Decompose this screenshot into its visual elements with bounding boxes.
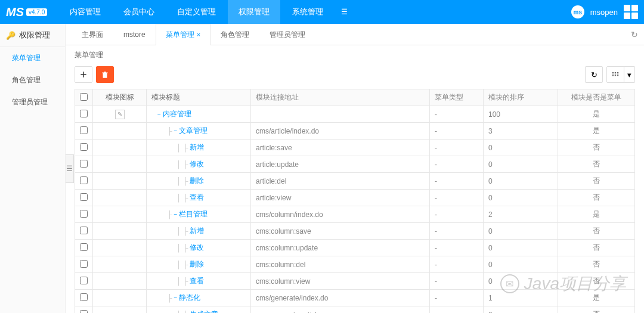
cell-type: - (430, 206, 484, 223)
tree-title[interactable]: │ ├查看 (151, 276, 246, 286)
apps-grid-icon[interactable] (624, 5, 638, 19)
row-checkbox[interactable] (80, 210, 88, 218)
sidebar-collapse-button[interactable]: ☰ (66, 154, 74, 183)
col-icon-header[interactable]: 模块图标 (93, 89, 147, 106)
cell-type: - (430, 106, 484, 123)
svg-rect-2 (617, 72, 618, 73)
close-icon[interactable]: × (197, 31, 200, 38)
cell-is-menu: 否 (558, 173, 635, 190)
select-all-checkbox[interactable] (80, 93, 88, 101)
table-row: │ ├生成文章cms:generate:article-0否 (75, 306, 635, 314)
add-button[interactable] (75, 66, 92, 83)
cell-is-menu: 是 (558, 206, 635, 223)
content-tab[interactable]: 角色管理 (210, 24, 259, 45)
cell-type: - (430, 290, 484, 306)
tree-title[interactable]: │ ├新增 (151, 142, 246, 153)
cell-url: article:update (251, 156, 430, 173)
content-tab[interactable]: 菜单管理× (156, 24, 210, 45)
sidebar-item[interactable]: 菜单管理 (0, 47, 65, 69)
table-row: ├−静态化cms/generate/index.do-1是 (75, 290, 635, 306)
cell-sort: 0 (484, 256, 558, 273)
col-url-header[interactable]: 模块连接地址 (251, 89, 430, 106)
key-icon: 🔑 (6, 31, 16, 40)
row-checkbox[interactable] (80, 193, 88, 201)
data-table: 模块图标 模块标题 模块连接地址 菜单类型 模块的排序 模块是否是菜单 ✎−内容… (75, 89, 635, 313)
tree-title[interactable]: │ ├删除 (151, 259, 246, 269)
cell-type: - (430, 273, 484, 290)
cell-type: - (430, 140, 484, 156)
col-title-header[interactable]: 模块标题 (147, 89, 251, 106)
refresh-icon[interactable]: ↻ (631, 30, 638, 39)
row-checkbox[interactable] (80, 110, 88, 117)
cell-is-menu: 是 (558, 123, 635, 140)
refresh-table-button[interactable]: ↻ (585, 66, 603, 83)
row-checkbox[interactable] (80, 143, 88, 151)
col-sort-header[interactable]: 模块的排序 (484, 89, 558, 106)
row-checkbox[interactable] (80, 160, 88, 168)
row-checkbox[interactable] (80, 227, 88, 234)
nav-item[interactable]: 自定义管理 (166, 0, 227, 24)
row-checkbox[interactable] (80, 277, 88, 284)
row-checkbox[interactable] (80, 176, 88, 184)
svg-rect-4 (615, 75, 616, 76)
col-menu-header[interactable]: 模块是否是菜单 (558, 89, 635, 106)
tree-title[interactable]: ├−文章管理 (151, 126, 246, 136)
table-row: │ ├查看article:view-0否 (75, 190, 635, 206)
columns-dropdown-button[interactable]: ▾ (624, 66, 635, 83)
cell-type: - (430, 123, 484, 140)
columns-button[interactable] (606, 66, 624, 83)
nav-item[interactable]: 权限管理 (228, 0, 280, 24)
row-checkbox[interactable] (80, 293, 88, 301)
content-tab[interactable]: 管理员管理 (259, 24, 315, 45)
avatar[interactable]: ms (571, 5, 584, 18)
table-row: │ ├新增cms:column:save-0否 (75, 223, 635, 240)
row-checkbox[interactable] (80, 126, 88, 134)
tree-title[interactable]: │ ├修改 (151, 243, 246, 253)
tree-title[interactable]: │ ├生成文章 (151, 309, 246, 313)
nav-item[interactable]: 系统管理 (281, 0, 334, 24)
sidebar-item[interactable]: 角色管理 (0, 69, 65, 91)
cell-sort: 0 (484, 190, 558, 206)
cell-is-menu: 否 (558, 240, 635, 256)
logo[interactable]: MS v4.7.0 (6, 5, 47, 19)
cell-url: cms/generate/index.do (251, 290, 430, 306)
top-nav: MS v4.7.0 内容管理会员中心自定义管理权限管理系统管理 ☰ ms mso… (0, 0, 644, 24)
table-row: │ ├修改article:update-0否 (75, 156, 635, 173)
cell-is-menu: 否 (558, 273, 635, 290)
tree-title[interactable]: ├−静态化 (151, 293, 246, 303)
cell-is-menu: 否 (558, 223, 635, 240)
tree-title[interactable]: −内容管理 (151, 109, 246, 119)
svg-rect-3 (612, 75, 614, 76)
tree-title[interactable]: │ ├查看 (151, 193, 246, 203)
delete-button[interactable] (96, 66, 114, 83)
user-name[interactable]: msopen (590, 8, 618, 17)
content-tab[interactable]: mstore (113, 24, 156, 45)
nav-item[interactable]: 会员中心 (113, 0, 165, 24)
row-checkbox[interactable] (80, 260, 88, 268)
table-row: ├−栏目管理cms/column/index.do-2是 (75, 206, 635, 223)
nav-items: 内容管理会员中心自定义管理权限管理系统管理 (59, 0, 334, 24)
nav-item[interactable]: 内容管理 (59, 0, 112, 24)
cell-type: - (430, 156, 484, 173)
module-icon: ✎ (115, 110, 125, 119)
cell-sort: 0 (484, 223, 558, 240)
tree-title[interactable]: │ ├新增 (151, 226, 246, 236)
row-checkbox[interactable] (80, 310, 88, 314)
toolbar: ↻ ▾ (66, 63, 644, 89)
sidebar-item[interactable]: 管理员管理 (0, 91, 65, 113)
tree-title[interactable]: │ ├修改 (151, 159, 246, 169)
hamburger-icon[interactable]: ☰ (334, 0, 355, 24)
content-tab[interactable]: 主界面 (72, 24, 113, 45)
cell-sort: 3 (484, 123, 558, 140)
cell-sort: 1 (484, 290, 558, 306)
cell-url: article:del (251, 173, 430, 190)
cell-type: - (430, 190, 484, 206)
cell-is-menu: 是 (558, 106, 635, 123)
tree-title[interactable]: ├−栏目管理 (151, 209, 246, 219)
row-checkbox[interactable] (80, 243, 88, 251)
table-row: │ ├删除cms:column:del-0否 (75, 256, 635, 273)
col-type-header[interactable]: 菜单类型 (430, 89, 484, 106)
tree-title[interactable]: │ ├删除 (151, 176, 246, 186)
cell-sort: 0 (484, 306, 558, 314)
sidebar-header: 🔑 权限管理 (0, 24, 65, 47)
